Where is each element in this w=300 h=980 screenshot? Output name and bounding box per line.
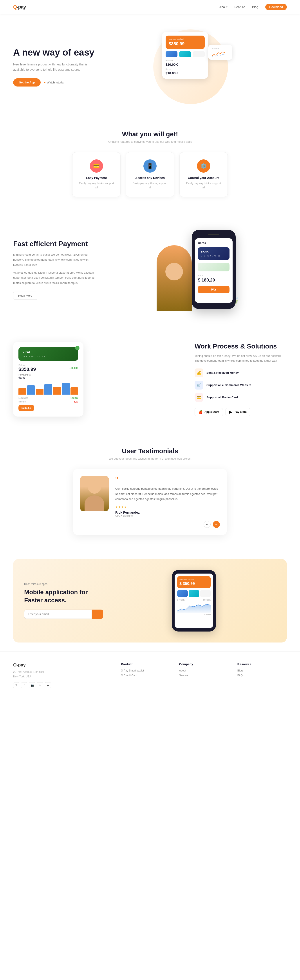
card-number: 245 469 778 22 [201, 255, 227, 257]
expense-label: Expenses [18, 397, 28, 399]
hero-card-orange: Payment Method $350.99 [166, 36, 205, 49]
income-val: -5,00 [73, 401, 78, 403]
footer-smart-wallet-link[interactable]: Q Pay Smart Wallet [121, 669, 170, 672]
footer-about-link[interactable]: About [179, 669, 229, 672]
expense-row: Expenses +20,000 [18, 397, 78, 399]
cta-stats-row: $40,00K $50,00K [177, 599, 211, 601]
nav-about[interactable]: About [219, 5, 228, 9]
footer-brand: Q-pay 20 Park Avenue, 12th floorNew York… [13, 662, 112, 688]
fast-para2: Vitae et leo duis ut. Dictum fusce ut pl… [13, 270, 97, 285]
dashboard-card: ✓ VISA 245 469 779 22 Balance $350.99 +2… [13, 342, 83, 417]
play-store-button[interactable]: ▶ Play Store [225, 408, 251, 416]
nav-blog[interactable]: Blog [252, 5, 258, 9]
work-description: Mining should be fair & easy! We do not … [195, 353, 287, 363]
testimonial-next-button[interactable]: → [213, 521, 220, 528]
nav-download[interactable]: Download [265, 4, 287, 10]
footer-blog-link[interactable]: Blog [238, 669, 287, 672]
testimonial-image [80, 476, 109, 511]
orange-amount-pill: $230.55 [18, 405, 34, 411]
work-item-money: 💰 Sent & Received Money [195, 369, 287, 377]
footer-service-link[interactable]: Service [179, 674, 229, 677]
social-linkedin[interactable]: in [37, 682, 43, 688]
payment-to-label: Payment to [18, 374, 31, 376]
social-twitter[interactable]: 𝕋 [13, 682, 19, 688]
social-facebook[interactable]: f [21, 682, 27, 688]
cta-right: Payment Method $ 350.99 $40,00K $50,00K [112, 570, 276, 632]
footer-credit-card-link[interactable]: Q Credit Card [121, 674, 170, 677]
visa-card: ✓ VISA 245 469 779 22 [18, 347, 78, 361]
social-youtube[interactable]: ▶ [45, 682, 51, 688]
apple-store-button[interactable]: 🍎 Apple Store [195, 408, 223, 416]
phone-total-area: TOTAL $ 180,20 [198, 274, 230, 283]
bar-2 [27, 385, 35, 395]
feature-desc-payment: Easily pay any thinks, support all [79, 181, 114, 190]
store-buttons: 🍎 Apple Store ▶ Play Store [195, 408, 287, 416]
cta-left: Don't miss our apps Mobile application f… [24, 582, 103, 619]
work-left: ✓ VISA 245 469 779 22 Balance $350.99 +2… [13, 342, 181, 417]
email-input[interactable] [24, 609, 92, 619]
testimonial-person-photo [80, 476, 109, 511]
cta-phone-amount: $ 350.99 [179, 581, 208, 586]
email-form: → [24, 609, 103, 619]
testimonial-name: Rick Fernandez [115, 511, 220, 514]
balance-row: Balance $350.99 +20,000 [18, 364, 78, 372]
payment-name: daraz [18, 376, 31, 379]
play-icon: ▶ [229, 410, 232, 414]
cta-phone-header: Payment Method $ 350.99 [177, 576, 211, 588]
cta-mini-cards-row [177, 590, 211, 597]
testimonial-prev-button[interactable]: ← [204, 521, 211, 528]
hero-headline: A new way of easy [13, 47, 94, 58]
hero-stat2-label: Spend [166, 68, 205, 70]
person-figure [156, 245, 192, 311]
hero-floating-card: Analyse [208, 45, 232, 60]
testimonial-content: " Cum sociis natoque penatibus et magnis… [115, 476, 220, 528]
quote-icon: " [115, 476, 220, 484]
cta-section: Don't miss our apps Mobile application f… [13, 559, 287, 643]
hero-section: A new way of easy New level finance prod… [0, 14, 300, 115]
hero-card-amount: $350.99 [169, 41, 202, 46]
cta-main-phone-inner: Payment Method $ 350.99 $40,00K $50,00K [175, 574, 213, 628]
feature-title-payment: Easy Payment [79, 176, 114, 180]
hero-chart-mini [212, 51, 225, 57]
work-item-ecommerce: 🛒 Support all e-Commerce Website [195, 381, 287, 390]
cta-main-phone: Payment Method $ 350.99 $40,00K $50,00K [172, 570, 216, 632]
footer-grid: Q-pay 20 Park Avenue, 12th floorNew York… [13, 662, 287, 688]
testimonial-role: UI/UX Designer [115, 514, 220, 517]
fast-phone-mockup: Cards BANK 245 469 778 22 TOTAL $ 180,20 [192, 230, 236, 309]
phone-bank-card: BANK 245 469 778 22 [198, 247, 230, 260]
read-more-button[interactable]: Read More [13, 292, 37, 300]
feature-icon-payment: 💳 [90, 159, 103, 173]
income-label: Income [18, 401, 26, 403]
feature-card-devices: 📱 Access any Devices Easily pay any thin… [126, 152, 174, 197]
fast-right: Cards BANK 245 469 778 22 TOTAL $ 180,20 [110, 228, 287, 311]
email-submit-button[interactable]: → [92, 609, 103, 619]
hero-stat2-val: $10.00K [166, 71, 205, 75]
income-row: Income -5,00 [18, 401, 78, 403]
nav-logo: Q-pay [13, 4, 26, 10]
hero-card-label: Payment Method [169, 38, 202, 40]
hero-mini-cards [166, 51, 205, 57]
payment-to-group: Payment to daraz [18, 374, 31, 379]
footer-socials: 𝕋 f 📷 in ▶ [13, 682, 112, 688]
cta-stat2: $50,00K [203, 599, 211, 601]
hero-visual: Payment Method $350.99 Balance $20.00K S… [149, 27, 232, 106]
watch-tutorial-button[interactable]: Watch tutorial [44, 81, 64, 84]
nav-feature[interactable]: Feature [235, 5, 245, 9]
cta-tag: Don't miss our apps [24, 582, 103, 585]
navbar: Q-pay About Feature Blog Download [0, 0, 300, 14]
footer-company-heading: Company [179, 662, 229, 666]
footer-address: 20 Park Avenue, 12th floorNew York, USA [13, 670, 112, 679]
testimonial-nav: ← → [115, 521, 220, 528]
testimonials-subheading: We put your ideas and wishes in the form… [13, 457, 287, 460]
cta-mini-light [200, 590, 211, 597]
phone-secondary-card [198, 262, 230, 271]
phone-pay-button[interactable]: PAY [198, 286, 230, 293]
hero-description: New level finance product with new funct… [13, 62, 88, 72]
banks-icon: 💳 [195, 393, 203, 402]
work-heading: Work Process & Solutions [195, 342, 287, 350]
footer-faq-link[interactable]: FAQ [238, 674, 287, 677]
get-app-button[interactable]: Get the App [13, 78, 41, 86]
testimonial-card: " Cum sociis natoque penatibus et magnis… [73, 469, 227, 535]
cta-mini-blue [177, 590, 188, 597]
social-instagram[interactable]: 📷 [29, 682, 35, 688]
